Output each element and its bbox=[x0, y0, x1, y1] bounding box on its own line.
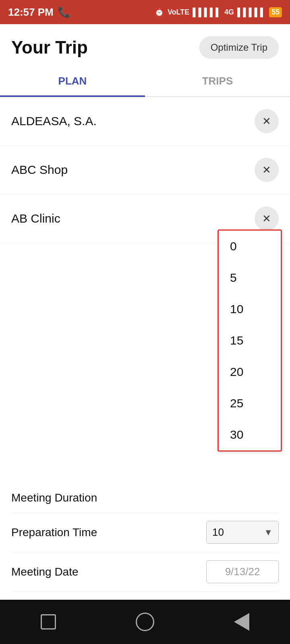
status-time: 12:57 PM bbox=[8, 6, 54, 19]
preparation-time-label: Preparation Time bbox=[11, 526, 97, 539]
meeting-date-row: Meeting Date bbox=[11, 552, 279, 592]
bottom-section: Meeting Duration Preparation Time 10 ▼ M… bbox=[0, 483, 290, 592]
optimize-trip-button[interactable]: Optimize Trip bbox=[199, 36, 279, 59]
tabs-container: PLAN TRIPS bbox=[0, 67, 290, 97]
nav-circle-icon[interactable] bbox=[135, 612, 155, 632]
dropdown-option-15[interactable]: 15 bbox=[219, 325, 281, 356]
nav-square-icon bbox=[41, 614, 56, 630]
signal-bars-icon: ▌▌▌▌▌ bbox=[193, 8, 221, 17]
nav-triangle-shape bbox=[234, 613, 249, 631]
alarm-clock-icon: ⏰ bbox=[154, 7, 164, 17]
meeting-date-label: Meeting Date bbox=[11, 566, 79, 578]
remove-abc-shop-button[interactable]: ✕ bbox=[255, 158, 279, 182]
status-time-area: 12:57 PM 📞 bbox=[8, 6, 70, 19]
tab-trips[interactable]: TRIPS bbox=[145, 67, 290, 97]
tab-plan[interactable]: PLAN bbox=[0, 67, 145, 97]
duration-dropdown-overlay[interactable]: 0 5 10 15 20 25 30 bbox=[218, 229, 282, 452]
stop-name-abc-shop: ABC Shop bbox=[11, 163, 68, 177]
dropdown-option-0[interactable]: 0 bbox=[219, 231, 281, 262]
signal-bars2-icon: ▌▌▌▌▌ bbox=[237, 8, 266, 17]
page-title: Your Trip bbox=[11, 37, 88, 58]
preparation-time-dropdown[interactable]: 10 ▼ bbox=[206, 521, 279, 544]
chevron-down-icon: ▼ bbox=[264, 527, 273, 538]
battery-indicator: 55 bbox=[269, 7, 282, 17]
remove-ab-clinic-button[interactable]: ✕ bbox=[255, 206, 279, 231]
preparation-time-row: Preparation Time 10 ▼ bbox=[11, 513, 279, 552]
lte-icon: VoLTE bbox=[168, 8, 189, 17]
preparation-time-value: 10 bbox=[212, 526, 224, 539]
main-content: Your Trip Optimize Trip PLAN TRIPS ALDEA… bbox=[0, 24, 290, 243]
status-bar: 12:57 PM 📞 ⏰ VoLTE ▌▌▌▌▌ 4G ▌▌▌▌▌ 55 bbox=[0, 0, 290, 24]
dropdown-option-20[interactable]: 20 bbox=[219, 356, 281, 388]
nav-back-icon[interactable] bbox=[232, 612, 252, 632]
remove-aldeasa-button[interactable]: ✕ bbox=[255, 109, 279, 133]
nav-home-icon[interactable] bbox=[38, 612, 58, 632]
meeting-date-input[interactable] bbox=[206, 560, 279, 583]
stop-name-ab-clinic: AB Clinic bbox=[11, 212, 60, 225]
lte2-icon: 4G bbox=[224, 8, 234, 17]
header: Your Trip Optimize Trip bbox=[0, 24, 290, 67]
dropdown-option-25[interactable]: 25 bbox=[219, 388, 281, 419]
stop-item-abc-shop: ABC Shop ✕ bbox=[0, 146, 290, 194]
meeting-duration-label: Meeting Duration bbox=[11, 491, 97, 504]
dropdown-option-30[interactable]: 30 bbox=[219, 419, 281, 450]
nav-bar bbox=[0, 600, 290, 644]
alarm-icon: 📞 bbox=[58, 6, 70, 19]
stop-name-aldeasa: ALDEASA, S.A. bbox=[11, 114, 97, 128]
dropdown-option-10[interactable]: 10 bbox=[219, 293, 281, 325]
nav-circle-shape bbox=[136, 613, 154, 631]
status-icons: ⏰ VoLTE ▌▌▌▌▌ 4G ▌▌▌▌▌ 55 bbox=[154, 7, 282, 17]
stop-item-aldeasa: ALDEASA, S.A. ✕ bbox=[0, 97, 290, 146]
meeting-duration-row: Meeting Duration bbox=[11, 483, 279, 513]
dropdown-option-5[interactable]: 5 bbox=[219, 262, 281, 293]
